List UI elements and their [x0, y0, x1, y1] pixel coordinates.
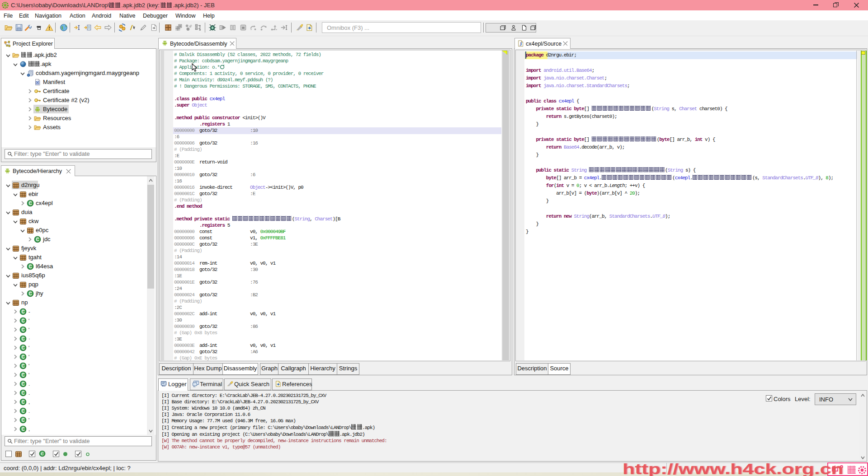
svg-text:C: C: [41, 452, 44, 456]
svg-text:C: C: [21, 400, 24, 405]
svg-text:C: C: [21, 345, 24, 350]
svg-text:C: C: [21, 382, 24, 387]
svg-text:C: C: [28, 264, 32, 269]
svg-text:J: J: [519, 41, 522, 47]
svg-text:C: C: [21, 373, 24, 378]
svg-text:C: C: [36, 237, 39, 242]
svg-text:C: C: [21, 364, 24, 369]
svg-text:C: C: [21, 391, 24, 396]
svg-text:C: C: [21, 327, 24, 332]
svg-text:C: C: [21, 409, 24, 414]
svg-text:C: C: [21, 318, 24, 323]
svg-text:C: C: [21, 309, 24, 314]
svg-text:C: C: [28, 291, 32, 296]
svg-text:C: C: [28, 201, 32, 206]
svg-text:C: C: [21, 355, 24, 359]
svg-text:C: C: [21, 427, 24, 432]
svg-text:C: C: [21, 418, 24, 423]
svg-text:C: C: [21, 336, 24, 341]
